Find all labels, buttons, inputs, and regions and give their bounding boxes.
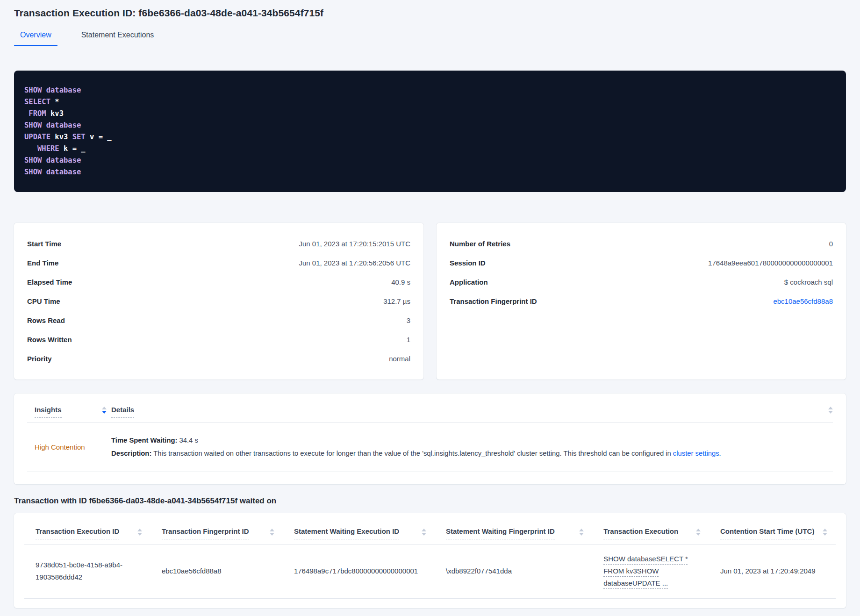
- time-spent-waiting: Time Spent Waiting: 34.4 s: [111, 434, 810, 446]
- waited-on-table-row: 9738d051-bc0e-4158-a9b4-1903586ddd42ebc1…: [24, 544, 836, 599]
- waited-on-column-header: Statement Waiting Execution ID: [283, 513, 435, 544]
- summary-value: Jun 01, 2023 at 17:20:15:2015 UTC: [299, 240, 410, 248]
- summary-value: 0: [829, 240, 833, 248]
- waited-on-table-card: Transaction Execution IDTransaction Fing…: [14, 513, 846, 608]
- summary-card-times: Start TimeJun 01, 2023 at 17:20:15:2015 …: [14, 223, 423, 380]
- sort-arrows-icon[interactable]: [102, 406, 107, 414]
- transaction-execution-query-link[interactable]: SHOW databaseSELECT * FROM kv3SHOW datab…: [603, 555, 688, 587]
- summary-label: Elapsed Time: [27, 278, 72, 286]
- sql-statements-box: SHOW databaseSELECT * FROM kv3SHOW datab…: [14, 71, 846, 192]
- sql-line: SHOW database: [24, 155, 836, 166]
- waited-on-column-header: Transaction Execution ID: [24, 513, 150, 544]
- fingerprint-id-link[interactable]: ebc10ae56cfd88a8: [773, 297, 833, 305]
- summary-label: Transaction Fingerprint ID: [450, 297, 537, 305]
- summary-label: Rows Written: [27, 336, 72, 344]
- summary-card-session: Number of Retries0Session ID17648a9eea60…: [437, 223, 846, 380]
- summary-label: Rows Read: [27, 316, 65, 324]
- column-header-label[interactable]: Transaction Fingerprint ID: [162, 527, 249, 539]
- summary-value: 312.7 µs: [383, 297, 410, 305]
- transaction-details-page: Transaction Execution ID: f6be6366-da03-…: [0, 0, 860, 608]
- insights-table-header: Insights Details: [27, 394, 833, 423]
- waited-on-cell: 176498a9c717bdc80000000000000001: [283, 544, 435, 599]
- column-header-label[interactable]: Contention Start Time (UTC): [720, 527, 814, 539]
- summary-value: 40.9 s: [391, 278, 410, 286]
- waited-on-cell: 9738d051-bc0e-4158-a9b4-1903586ddd42: [24, 544, 150, 599]
- waited-on-table-header-row: Transaction Execution IDTransaction Fing…: [24, 513, 836, 544]
- column-header-label[interactable]: Transaction Execution: [603, 527, 678, 539]
- summary-label: Application: [450, 278, 488, 286]
- waited-on-heading: Transaction with ID f6be6366-da03-48de-a…: [14, 496, 846, 506]
- waited-on-cell: \xdb8922f077541dda: [435, 544, 592, 599]
- waited-on-table: Transaction Execution IDTransaction Fing…: [24, 513, 836, 599]
- sql-line: WHERE k = _: [24, 143, 836, 155]
- summary-value: 1: [407, 336, 410, 344]
- summary-label: End Time: [27, 259, 58, 267]
- summary-row: Prioritynormal: [27, 349, 410, 368]
- sort-arrows-icon[interactable]: [696, 527, 701, 536]
- sort-arrows-icon[interactable]: [270, 527, 274, 536]
- summary-cards-row: Start TimeJun 01, 2023 at 17:20:15:2015 …: [14, 223, 846, 380]
- summary-label: Start Time: [27, 240, 61, 248]
- waited-on-column-header: Transaction Execution: [592, 513, 709, 544]
- summary-row: Session ID17648a9eea60178000000000000000…: [450, 253, 833, 272]
- tab-overview[interactable]: Overview: [14, 31, 57, 46]
- details-column-header[interactable]: Details: [111, 406, 134, 418]
- summary-value: normal: [389, 355, 410, 363]
- sort-arrows-icon[interactable]: [579, 527, 584, 536]
- sql-line: SHOW database: [24, 120, 836, 131]
- waited-on-column-header: Transaction Fingerprint ID: [150, 513, 283, 544]
- waited-on-cell: ebc10ae56cfd88a8: [150, 544, 283, 599]
- summary-value: Jun 01, 2023 at 17:20:56:2056 UTC: [299, 259, 410, 267]
- waited-on-cell: Jun 01, 2023 at 17:20:49:2049: [709, 544, 836, 599]
- insights-column-header[interactable]: Insights: [35, 406, 62, 418]
- column-header-label[interactable]: Transaction Execution ID: [36, 527, 119, 539]
- column-header-label[interactable]: Statement Waiting Execution ID: [294, 527, 399, 539]
- sql-line: SELECT *: [24, 96, 836, 108]
- waited-on-column-header: Contention Start Time (UTC): [709, 513, 836, 544]
- summary-row: Start TimeJun 01, 2023 at 17:20:15:2015 …: [27, 234, 410, 253]
- sql-line: UPDATE kv3 SET v = _: [24, 131, 836, 143]
- sort-arrows-icon[interactable]: [422, 527, 426, 536]
- sort-arrows-icon[interactable]: [828, 407, 833, 414]
- insight-details: Time Spent Waiting: 34.4 s Description: …: [111, 433, 810, 460]
- summary-row: CPU Time312.7 µs: [27, 292, 410, 311]
- summary-row: Rows Written1: [27, 330, 410, 349]
- cluster-settings-link[interactable]: cluster settings: [673, 450, 719, 457]
- page-title: Transaction Execution ID: f6be6366-da03-…: [14, 7, 846, 19]
- summary-row: Elapsed Time40.9 s: [27, 272, 410, 292]
- sort-arrows-icon[interactable]: [137, 527, 142, 536]
- summary-value: 17648a9eea6017800000000000000001: [708, 259, 833, 267]
- summary-label: Number of Retries: [450, 240, 510, 248]
- summary-label: Session ID: [450, 259, 486, 267]
- summary-row: End TimeJun 01, 2023 at 17:20:56:2056 UT…: [27, 253, 410, 272]
- sql-line: SHOW database: [24, 85, 836, 96]
- summary-value: $ cockroach sql: [784, 278, 833, 286]
- sql-line: SHOW database: [24, 166, 836, 178]
- insight-row: High Contention Time Spent Waiting: 34.4…: [27, 423, 833, 472]
- summary-row: Transaction Fingerprint IDebc10ae56cfd88…: [450, 292, 833, 311]
- sort-arrows-icon[interactable]: [823, 527, 827, 536]
- summary-row: Rows Read3: [27, 311, 410, 330]
- insights-table: Insights Details High Contention Time Sp…: [14, 394, 846, 484]
- sql-line: FROM kv3: [24, 108, 836, 120]
- summary-label: CPU Time: [27, 297, 60, 305]
- summary-label: Priority: [27, 355, 52, 363]
- waited-on-column-header: Statement Waiting Fingerprint ID: [435, 513, 592, 544]
- column-header-label[interactable]: Statement Waiting Fingerprint ID: [446, 527, 555, 539]
- summary-row: Number of Retries0: [450, 234, 833, 253]
- summary-value: 3: [407, 316, 410, 324]
- transaction-execution-cell: SHOW databaseSELECT * FROM kv3SHOW datab…: [592, 544, 709, 599]
- insight-description: Description: This transaction waited on …: [111, 447, 810, 459]
- tab-statement-executions[interactable]: Statement Executions: [75, 31, 160, 46]
- tab-bar: Overview Statement Executions: [14, 31, 846, 46]
- high-contention-label: High Contention: [35, 443, 85, 451]
- summary-row: Application$ cockroach sql: [450, 272, 833, 292]
